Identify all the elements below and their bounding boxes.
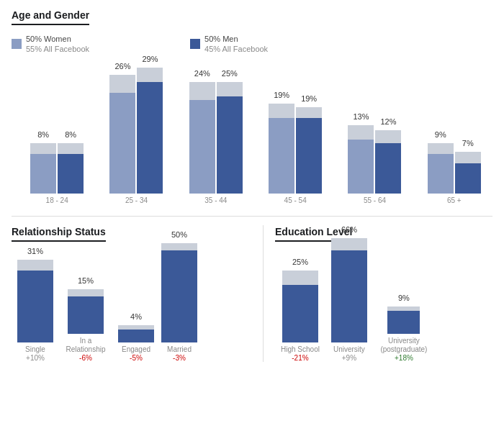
bar-delta-2: -5% (130, 354, 143, 362)
age-label-3: 45 - 54 (284, 196, 307, 204)
women-pct-2: 24% (194, 69, 210, 78)
men-pct-0: 8% (65, 130, 76, 139)
men-pct-4: 12% (380, 117, 396, 126)
bar-fg-2 (118, 330, 154, 342)
age-gender-title: Age and Gender (12, 9, 89, 25)
men-pct-1: 29% (142, 55, 158, 63)
bar-col-2: 9%University (postgraduate)+18% (379, 306, 429, 362)
age-group-45-54: 19%19%45 - 54 (257, 75, 333, 204)
bar-fg-2 (387, 311, 420, 334)
bar-delta-2: +18% (395, 354, 413, 362)
relationship-section: Relationship Status 31%Single+10%15%In a… (12, 225, 264, 362)
bar-fg-0 (17, 271, 53, 342)
bar-fg-1 (331, 250, 367, 342)
bar-col-0: 25%High School-21% (281, 271, 320, 362)
men-pct-5: 7% (462, 139, 474, 147)
relationship-title: Relationship Status (12, 226, 106, 242)
bar-pct-0: 31% (27, 247, 43, 255)
bar-col-3: 50%Married-3% (161, 243, 197, 362)
men-label: 50% Men (204, 35, 238, 43)
bar-fg-0 (282, 285, 318, 342)
bar-name-0: High School (281, 345, 320, 354)
age-label-5: 65 + (447, 196, 462, 204)
age-group-35-44: 24%25%35 - 44 (178, 75, 254, 204)
bar-delta-1: +9% (342, 354, 356, 362)
bar-name-2: Engaged (122, 345, 150, 354)
men-pct-2: 25% (222, 69, 238, 78)
bar-pct-0: 25% (292, 258, 308, 266)
women-sub: 55% All Facebook (26, 45, 89, 53)
bar-pct-1: 66% (341, 225, 357, 234)
men-sub: 45% All Facebook (204, 45, 268, 53)
bar-pct-2: 9% (398, 294, 410, 302)
age-label-4: 55 - 64 (364, 196, 386, 204)
legend-women: 50% Women 55% All Facebook (12, 34, 89, 55)
bar-fg-3 (161, 250, 197, 342)
age-gender-section: Age and Gender 50% Women 55% All Faceboo… (12, 9, 492, 204)
women-pct-0: 8% (37, 130, 49, 139)
age-label-2: 35 - 44 (204, 196, 227, 204)
bar-delta-1: -6% (79, 354, 92, 362)
women-pct-5: 9% (435, 130, 446, 139)
age-label-1: 25 - 34 (125, 196, 148, 204)
bar-delta-0: -21% (292, 354, 308, 362)
bar-pct-2: 4% (130, 312, 142, 321)
bar-col-1: 66%University+9% (331, 238, 367, 362)
bar-name-1: In a Relationship (60, 337, 111, 354)
age-group-18-24: 8%8%18 - 24 (19, 75, 95, 204)
bar-col-1: 15%In a Relationship-6% (60, 289, 111, 362)
education-section: Education Level 25%High School-21%66%Uni… (264, 225, 492, 362)
women-pct-1: 26% (114, 62, 130, 71)
men-legend-box (190, 39, 200, 49)
bottom-sections: Relationship Status 31%Single+10%15%In a… (12, 216, 492, 362)
age-group-65+: 9%7%65 + (416, 75, 492, 204)
bar-delta-0: +10% (26, 354, 45, 362)
women-legend-box (12, 39, 22, 49)
bar-delta-3: -3% (173, 354, 186, 362)
bar-fg-1 (68, 296, 104, 334)
legend-men: 50% Men 45% All Facebook (190, 34, 268, 55)
bar-pct-1: 15% (78, 276, 94, 285)
bar-col-0: 31%Single+10% (17, 260, 53, 362)
age-group-25-34: 26%29%25 - 34 (98, 75, 174, 204)
women-pct-3: 19% (274, 91, 289, 99)
bar-name-1: University (333, 345, 365, 354)
bar-name-2: University (postgraduate) (379, 337, 429, 354)
bar-pct-3: 50% (171, 230, 187, 239)
bar-col-2: 4%Engaged-5% (118, 325, 154, 362)
women-pct-4: 13% (353, 112, 369, 121)
bar-name-3: Married (167, 345, 192, 354)
age-label-0: 18 - 24 (46, 196, 68, 204)
women-label: 50% Women (26, 35, 71, 43)
age-group-55-64: 13%12%55 - 64 (336, 75, 413, 204)
bar-name-0: Single (25, 345, 45, 354)
men-pct-3: 19% (301, 94, 317, 103)
main-container: Age and Gender 50% Women 55% All Faceboo… (0, 0, 504, 371)
